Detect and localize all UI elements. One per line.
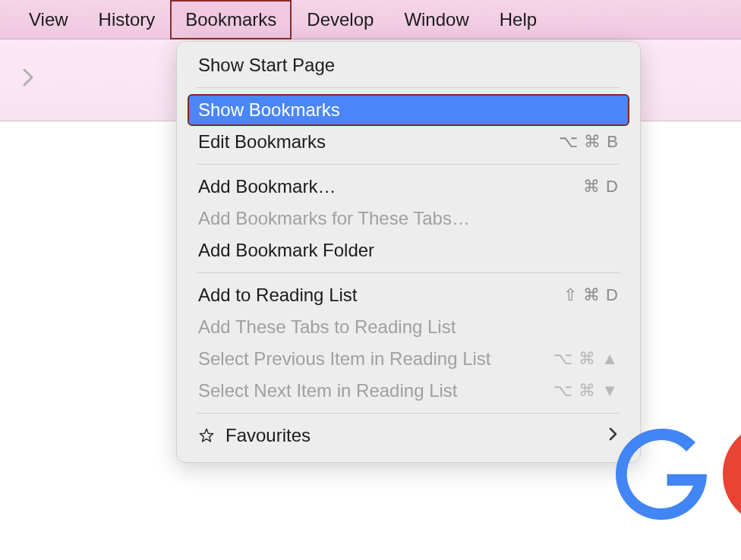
- menu-shortcut: ⇧ ⌘ D: [563, 285, 619, 305]
- menu-history[interactable]: History: [84, 0, 171, 39]
- menu-item-add-reading-list[interactable]: Add to Reading List ⇧ ⌘ D: [188, 279, 629, 311]
- menu-item-label: Add Bookmarks for These Tabs…: [198, 208, 470, 229]
- menu-item-add-bookmark[interactable]: Add Bookmark… ⌘ D: [188, 171, 629, 203]
- menu-item-label: Add to Reading List: [198, 285, 357, 306]
- bookmarks-dropdown: Show Start Page Show Bookmarks Edit Book…: [176, 41, 641, 463]
- menu-bookmarks[interactable]: Bookmarks: [170, 0, 292, 39]
- google-g-icon: [604, 417, 718, 531]
- menu-item-select-previous-reading: Select Previous Item in Reading List ⌥ ⌘…: [188, 343, 629, 375]
- menu-shortcut: ⌘ D: [583, 177, 619, 197]
- menu-item-label: Show Start Page: [198, 55, 335, 76]
- menu-item-add-bookmark-folder[interactable]: Add Bookmark Folder: [188, 234, 629, 266]
- menu-develop[interactable]: Develop: [292, 0, 389, 39]
- menu-item-add-bookmarks-tabs: Add Bookmarks for These Tabs…: [188, 203, 629, 234]
- svg-point-0: [732, 431, 741, 518]
- back-chevron-icon[interactable]: [21, 67, 36, 93]
- menu-shortcut: ⌥ ⌘ ▼: [553, 381, 619, 401]
- menu-shortcut: ⌥ ⌘ B: [559, 132, 619, 152]
- menu-item-label: Favourites: [225, 425, 311, 446]
- menubar: View History Bookmarks Develop Window He…: [0, 0, 741, 39]
- menu-item-label: Add Bookmark Folder: [198, 240, 374, 261]
- menu-separator: [197, 272, 620, 273]
- menu-item-edit-bookmarks[interactable]: Edit Bookmarks ⌥ ⌘ B: [188, 126, 629, 158]
- menu-item-show-bookmarks[interactable]: Show Bookmarks: [188, 94, 629, 126]
- google-o-icon: [718, 417, 741, 531]
- menu-separator: [197, 87, 620, 88]
- menu-shortcut: ⌥ ⌘ ▲: [553, 349, 619, 369]
- menu-item-select-next-reading: Select Next Item in Reading List ⌥ ⌘ ▼: [188, 375, 629, 407]
- menu-item-favourites[interactable]: Favourites: [188, 420, 629, 451]
- menu-separator: [197, 164, 620, 165]
- google-logo: [604, 417, 741, 531]
- menu-view[interactable]: View: [14, 0, 84, 39]
- menu-item-label: Select Previous Item in Reading List: [198, 348, 491, 370]
- menu-item-add-tabs-reading-list: Add These Tabs to Reading List: [188, 311, 629, 343]
- menu-item-label: Add These Tabs to Reading List: [198, 316, 456, 338]
- star-icon: [198, 427, 215, 444]
- menu-item-label: Edit Bookmarks: [198, 131, 326, 153]
- menu-separator: [197, 413, 620, 414]
- menu-item-show-start-page[interactable]: Show Start Page: [188, 49, 629, 81]
- menu-item-label: Select Next Item in Reading List: [198, 380, 458, 401]
- menu-help[interactable]: Help: [484, 0, 552, 39]
- menu-item-label: Add Bookmark…: [198, 176, 336, 197]
- menu-item-label: Show Bookmarks: [198, 99, 340, 121]
- menu-window[interactable]: Window: [389, 0, 484, 39]
